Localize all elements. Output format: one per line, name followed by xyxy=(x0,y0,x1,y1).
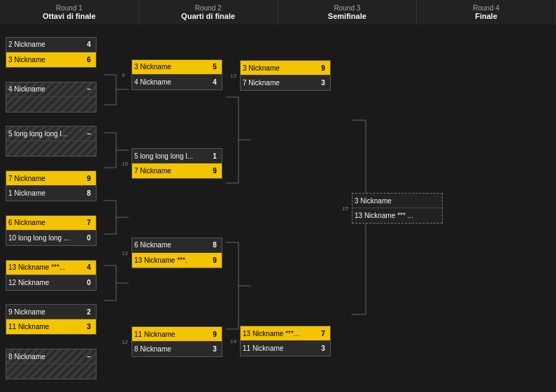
score: 9 xyxy=(210,331,220,338)
score: 7 xyxy=(318,330,328,337)
match-row-14-2: 11 Nickname 3 xyxy=(241,341,330,356)
score: 3 xyxy=(210,345,220,353)
match-row-13-2: 7 Nickname 3 xyxy=(241,75,330,90)
player-name: 13 Nickname ***... xyxy=(8,263,84,271)
player-name: 7 Nickname xyxy=(8,175,84,182)
match-row-9-2: 4 Nickname 4 xyxy=(132,75,222,89)
r4-match-group-15: 15 3 Nickname 13 Nickname *** ... xyxy=(352,191,446,226)
match-row-2-2 xyxy=(6,97,96,112)
round3-num: Round 3 xyxy=(281,4,414,12)
match-group-6: 13 Nickname ***... 4 12 Nickname 0 xyxy=(6,258,117,293)
match-pair-11: 6 Nickname 8 13 Nickname ***. 9 xyxy=(131,238,222,268)
match-row-1-2: 3 Nickname 6 xyxy=(6,52,96,67)
round3-header: Round 3 Semifinale xyxy=(278,0,418,24)
player-name: 10 long long long ... xyxy=(8,234,84,242)
r3-match-group-14: 14 13 Nickname ***... 7 11 Nickname 3 xyxy=(240,324,338,358)
match-group-5: 6 Nickname 7 10 long long long ... 0 xyxy=(6,213,117,248)
match-row-9-1: 3 Nickname 5 xyxy=(132,60,222,75)
match-pair-10: 5 long long long l... 1 7 Nickname 9 xyxy=(131,148,222,179)
score: 8 xyxy=(84,189,94,197)
match-pair-4: 7 Nickname 9 1 Nickname 8 xyxy=(6,170,97,201)
match-group-1: 2 Nickname 4 3 Nickname 6 xyxy=(6,35,117,70)
match-group-4: 7 Nickname 9 1 Nickname 8 xyxy=(6,168,117,203)
match-id-14: 14 xyxy=(230,338,236,344)
match-id-15: 15 xyxy=(342,205,348,212)
match-pair-9: 3 Nickname 5 4 Nickname 4 xyxy=(131,59,222,90)
spacer-r3 xyxy=(240,94,338,322)
round2-header: Round 2 Quarti di finale xyxy=(139,0,278,24)
match-row-2-1: 4 Nickname – xyxy=(6,82,96,97)
player-name: 12 Nickname xyxy=(8,279,84,286)
match-row-7-2: 11 Nickname 3 xyxy=(6,319,96,334)
score: 9 xyxy=(210,256,220,264)
player-name: 9 Nickname xyxy=(8,308,84,316)
player-name: 2 Nickname xyxy=(8,41,84,48)
match-row-13-1: 3 Nickname 9 xyxy=(241,61,330,75)
score: 3 xyxy=(318,79,328,87)
round3-name: Semifinale xyxy=(281,12,414,20)
match-row-12-1: 11 Nickname 9 xyxy=(132,327,222,342)
rounds-header: Round 1 Ottavi di finale Round 2 Quarti … xyxy=(0,0,556,24)
match-pair-13: 3 Nickname 9 7 Nickname 3 xyxy=(240,60,331,91)
match-pair-12: 11 Nickname 9 8 Nickname 3 xyxy=(131,326,222,357)
match-group-7: 9 Nickname 2 11 Nickname 3 xyxy=(6,302,117,337)
score: 4 xyxy=(84,263,94,271)
score: 4 xyxy=(84,41,94,48)
match-row-4-2: 1 Nickname 8 xyxy=(6,186,96,201)
match-row-6-1: 13 Nickname ***... 4 xyxy=(6,261,96,275)
match-row-11-2: 13 Nickname ***. 9 xyxy=(132,253,222,268)
match-id-12: 12 xyxy=(122,339,128,345)
r2-match-group-10: 10 5 long long long l... 1 7 Nickname 9 xyxy=(131,146,226,181)
match-row-10-2: 7 Nickname 9 xyxy=(132,164,222,178)
match-group-2: 4 Nickname – xyxy=(6,80,117,115)
match-row-15-1: 3 Nickname xyxy=(352,194,442,208)
score: 4 xyxy=(210,78,220,86)
score: 2 xyxy=(84,308,94,316)
score: 0 xyxy=(84,279,94,286)
round4-col: 15 3 Nickname 13 Nickname *** ... xyxy=(338,27,446,389)
match-row-6-2: 12 Nickname 0 xyxy=(6,275,96,290)
player-name: 6 Nickname xyxy=(8,219,84,226)
match-row-15-2: 13 Nickname *** ... xyxy=(352,208,442,223)
match-pair-7: 9 Nickname 2 11 Nickname 3 xyxy=(6,304,97,335)
round1-name: Ottavi di finale xyxy=(3,12,136,20)
round2-name: Quarti di finale xyxy=(142,12,275,20)
score: – xyxy=(84,85,94,93)
round1-num: Round 1 xyxy=(3,4,136,12)
score: 6 xyxy=(84,56,94,64)
score: 9 xyxy=(318,64,328,72)
match-row-3-1: 5 long long long l... – xyxy=(6,126,96,141)
player-name: 3 Nickname xyxy=(8,56,84,64)
match-row-12-2: 8 Nickname 3 xyxy=(132,342,222,356)
player-name: 1 Nickname xyxy=(8,189,84,197)
match-row-5-2: 10 long long long ... 0 xyxy=(6,231,96,245)
match-row-3-2 xyxy=(6,141,96,156)
match-pair-14: 13 Nickname ***... 7 11 Nickname 3 xyxy=(240,326,331,356)
match-row-4-1: 7 Nickname 9 xyxy=(6,171,96,186)
score: – xyxy=(84,353,94,361)
match-pair-1: 2 Nickname 4 3 Nickname 6 xyxy=(6,37,97,68)
player-name: 13 Nickname ***... xyxy=(243,330,318,337)
player-name: 8 Nickname xyxy=(8,353,84,361)
match-pair-2: 4 Nickname – xyxy=(6,82,97,112)
player-name: 5 long long long l... xyxy=(8,130,84,138)
player-name: 11 Nickname xyxy=(8,323,84,331)
match-row-7-1: 9 Nickname 2 xyxy=(6,305,96,319)
match-row-14-1: 13 Nickname ***... 7 xyxy=(241,326,330,341)
bracket-container: Round 1 Ottavi di finale Round 2 Quarti … xyxy=(0,0,556,392)
match-pair-5: 6 Nickname 7 10 long long long ... 0 xyxy=(6,215,97,246)
round1-header: Round 1 Ottavi di finale xyxy=(0,0,139,24)
match-pair-3: 5 long long long l... – xyxy=(6,126,97,157)
score: 9 xyxy=(210,167,220,175)
match-group-8: 8 Nickname – xyxy=(6,347,117,382)
r2-match-group-12: 12 11 Nickname 9 8 Nickname 3 xyxy=(131,324,226,359)
match-pair-8: 8 Nickname – xyxy=(6,349,97,379)
round3-col: 13 3 Nickname 9 7 Nickname 3 14 xyxy=(226,27,338,389)
round2-col: 9 3 Nickname 5 4 Nickname 4 10 xyxy=(117,27,226,389)
match-id-10: 10 xyxy=(122,161,128,167)
r2-match-group-9: 9 3 Nickname 5 4 Nickname 4 xyxy=(131,57,226,92)
score: 3 xyxy=(318,344,328,352)
match-row-5-1: 6 Nickname 7 xyxy=(6,216,96,231)
round2-num: Round 2 xyxy=(142,4,275,12)
match-row-8-1: 8 Nickname – xyxy=(6,349,96,364)
